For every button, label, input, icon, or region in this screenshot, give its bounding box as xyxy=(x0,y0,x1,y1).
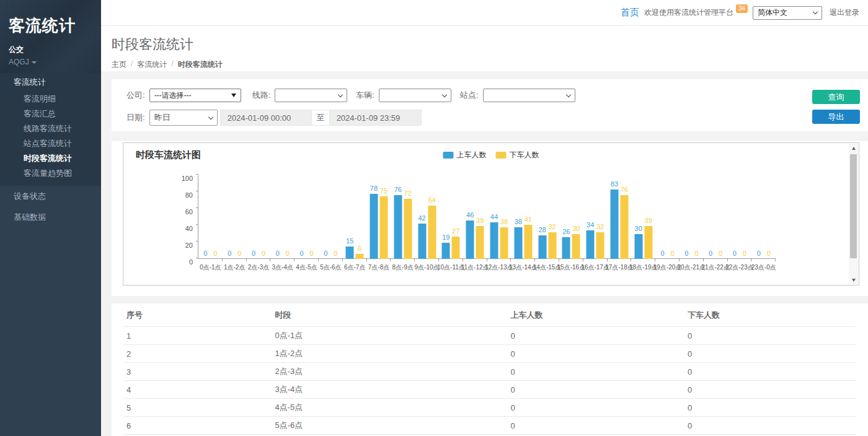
breadcrumb-link[interactable]: 客流统计 xyxy=(137,59,167,70)
bar-pair: 3841 xyxy=(514,175,532,259)
table-cell: 0 xyxy=(508,381,685,399)
bar-group: 463911点-12点 xyxy=(463,175,487,259)
bar-column: 30 xyxy=(572,175,580,259)
chart-scrollbar[interactable] xyxy=(849,144,858,284)
col-header-index: 序号 xyxy=(124,303,273,327)
bar-column: 39 xyxy=(644,175,652,259)
station-select[interactable] xyxy=(483,89,575,102)
bar xyxy=(596,232,604,259)
bar xyxy=(476,226,484,259)
table-cell: 0 xyxy=(508,399,685,417)
chevron-down-icon xyxy=(565,92,570,97)
bar-column: 0 xyxy=(693,175,701,259)
user-dropdown[interactable]: AQGJ xyxy=(9,58,92,66)
bar-column: 42 xyxy=(418,175,426,259)
table-row: 21点-2点00 xyxy=(124,345,856,363)
sidebar-item-base-data[interactable]: 基础数据 xyxy=(0,207,101,228)
bar-groups: 000点-1点001点-2点002点-3点003点-4点004点-5点005点-… xyxy=(198,175,776,258)
bar-group: 1566点-7点 xyxy=(343,175,367,259)
logout-link[interactable]: 退出登录 xyxy=(830,7,859,18)
bar-column: 83 xyxy=(610,175,618,259)
sidebar-subitem[interactable]: 客流明细 xyxy=(0,92,101,107)
bar-pair: 2630 xyxy=(562,175,580,259)
company-select[interactable]: ---请选择--- xyxy=(149,89,241,102)
bar-group: 192710点-11点 xyxy=(439,175,463,259)
sidebar-item-device-status[interactable]: 设备状态 xyxy=(0,186,101,207)
bar-column: 30 xyxy=(634,175,642,259)
sidebar-subitem[interactable]: 站点客流统计 xyxy=(0,136,101,151)
company-label: 公司: xyxy=(126,90,145,101)
bar-value-label: 6 xyxy=(358,245,361,252)
bar-group: 0021点-22点 xyxy=(704,175,728,259)
sidebar-item-passenger-stats[interactable]: 客流统计 xyxy=(0,73,101,92)
x-tick-mark xyxy=(751,259,751,261)
x-tick-mark xyxy=(703,259,704,261)
scroll-down-arrow-icon[interactable] xyxy=(849,276,858,284)
breadcrumb-current: 时段客流统计 xyxy=(178,59,223,70)
y-tick-label: 60 xyxy=(185,208,193,216)
bar-column: 38 xyxy=(514,175,522,259)
table-cell: 0 xyxy=(685,345,856,363)
bar-column: 76 xyxy=(394,175,402,259)
x-tick-label: 23点-0点 xyxy=(751,263,776,272)
legend-item[interactable]: 下车人数 xyxy=(496,150,539,160)
legend-item[interactable]: 上车人数 xyxy=(443,150,487,160)
breadcrumb-link[interactable]: 主页 xyxy=(112,59,126,70)
sidebar-subitem[interactable]: 线路客流统计 xyxy=(0,121,101,136)
table-row: 10点-1点00 xyxy=(124,327,856,345)
home-link[interactable]: 首页 xyxy=(621,7,639,19)
bar xyxy=(394,195,402,259)
bar-column: 0 xyxy=(755,175,763,259)
x-tick-label: 22点-23点 xyxy=(725,263,754,272)
bar-value-label: 15 xyxy=(346,237,353,245)
bar-value-label: 0 xyxy=(252,250,255,257)
vehicle-select[interactable] xyxy=(379,89,451,102)
breadcrumb-separator: / xyxy=(131,59,133,70)
bar-value-label: 41 xyxy=(525,216,532,223)
scroll-up-arrow-icon[interactable] xyxy=(849,144,858,152)
bar-group: 837617点-18点 xyxy=(608,175,632,259)
table-cell: 0点-1点 xyxy=(273,327,508,345)
date-preset-select[interactable]: 昨日 xyxy=(149,110,218,126)
page-title: 时段客流统计 xyxy=(112,35,868,54)
export-button[interactable]: 导出 xyxy=(812,110,860,124)
bar xyxy=(644,226,652,259)
bar-column: 46 xyxy=(466,175,474,259)
sidebar-subitem[interactable]: 时段客流统计 xyxy=(0,151,101,166)
table-row: 43点-4点00 xyxy=(124,381,856,399)
sidebar-group-passenger-stats: 客流统计 客流明细客流汇总线路客流统计站点客流统计时段客流统计客流量趋势图 xyxy=(0,73,101,186)
bar-column: 28 xyxy=(538,175,546,259)
sidebar-subitem[interactable]: 客流汇总 xyxy=(0,107,101,121)
query-button[interactable]: 查询 xyxy=(812,90,860,104)
y-tick-label: 20 xyxy=(185,242,193,249)
scrollbar-thumb[interactable] xyxy=(850,154,857,258)
date-end-input[interactable]: 2024-01-09 23:59 xyxy=(329,110,422,126)
language-select[interactable]: 简体中文 xyxy=(753,6,822,20)
app-root: 客流统计 公交 AQGJ 客流统计 客流明细客流汇总线路客流统计站点客流统计时段… xyxy=(0,0,868,436)
bar-value-label: 44 xyxy=(490,213,498,220)
bar-column: 38 xyxy=(500,175,508,259)
sidebar-subitem[interactable]: 客流量趋势图 xyxy=(0,166,101,181)
chart-plot: 020406080100 000点-1点001点-2点002点-3点003点-4… xyxy=(198,175,776,259)
bar-column: 0 xyxy=(283,175,291,259)
bar-column: 0 xyxy=(707,175,715,259)
bar-column: 64 xyxy=(428,175,436,259)
bar xyxy=(452,237,460,259)
bar-group: 000点-1点 xyxy=(198,175,223,259)
line-select[interactable] xyxy=(275,89,347,102)
line-label: 线路: xyxy=(252,90,271,101)
date-preset-value: 昨日 xyxy=(154,112,170,123)
bar-pair: 00 xyxy=(755,175,773,259)
bar-column: 0 xyxy=(202,175,210,259)
date-start-input[interactable]: 2024-01-09 00:00 xyxy=(220,110,312,126)
chevron-down-icon xyxy=(442,92,447,97)
chart-panel: 时段车流统计图 上车人数下车人数 020406080100 000点-1点001… xyxy=(112,141,868,296)
bar-column: 76 xyxy=(620,175,628,259)
bar-pair: 00 xyxy=(249,175,267,259)
page-heading: 时段客流统计 主页/客流统计/时段客流统计 xyxy=(101,26,868,71)
bar-group: 003点-4点 xyxy=(270,175,294,259)
bar-value-label: 83 xyxy=(611,180,618,188)
bar-pair: 00 xyxy=(658,175,676,259)
bar-column: 0 xyxy=(740,175,748,259)
bar-value-label: 0 xyxy=(743,250,746,257)
